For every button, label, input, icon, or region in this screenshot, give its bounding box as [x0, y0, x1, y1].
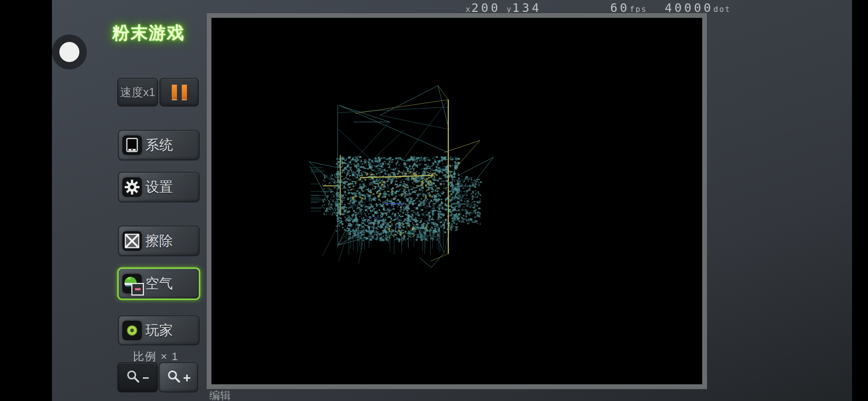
minus-tool-badge [131, 283, 144, 296]
sidebar-item-label: 系统 [145, 136, 173, 154]
pause-button[interactable] [160, 79, 198, 106]
player-ball-icon [123, 322, 141, 339]
erase-x-icon [123, 232, 141, 250]
cursor-coordinates: x200 y134 [466, 1, 542, 13]
fps-counter: 60fps [610, 1, 647, 13]
simulation-frame [207, 13, 707, 389]
sidebar-item-label: 空气 [145, 274, 173, 293]
game-title: 粉末游戏 [112, 22, 201, 45]
simulation-canvas[interactable] [211, 18, 702, 384]
zoom-out-button[interactable] [118, 363, 157, 392]
scale-label: 比例 × 1 [111, 349, 200, 364]
sidebar-item-label: 设置 [145, 178, 173, 196]
air-element-icon [123, 275, 141, 293]
sidebar-item-player[interactable]: 玩家 [119, 316, 199, 345]
speed-button-label: 速度x1 [120, 85, 155, 100]
sidebar-item-erase[interactable]: 擦除 [119, 226, 199, 255]
zoom-in-button[interactable] [160, 363, 197, 392]
sidebar-item-system[interactable]: 系统 [119, 131, 199, 160]
joystick-knob[interactable] [59, 42, 79, 62]
dot-counter: 40000dot [665, 1, 731, 13]
coord-y-label: y [506, 5, 512, 14]
speed-button[interactable]: 速度x1 [118, 79, 157, 106]
coord-x-label: x [466, 5, 471, 14]
monitor-icon [123, 136, 141, 154]
app-background: x200 y134 60fps 40000dot 编辑 粉末游戏 速度x1 [52, 0, 852, 401]
magnifier-plus-icon [164, 368, 193, 387]
gear-icon [123, 178, 141, 196]
pause-icon [172, 85, 187, 100]
sidebar-item-settings[interactable]: 设置 [119, 173, 199, 202]
magnifier-minus-icon [124, 368, 152, 387]
sidebar-item-label: 玩家 [145, 321, 173, 340]
sidebar-item-label: 擦除 [145, 232, 173, 250]
edit-mode-label: 编辑 [209, 388, 231, 401]
powder-game-screen: x200 y134 60fps 40000dot 编辑 粉末游戏 速度x1 [0, 0, 868, 401]
dot-label: dot [713, 5, 731, 14]
sidebar-item-air[interactable]: 空气 [119, 269, 199, 299]
fps-label: fps [630, 5, 647, 14]
